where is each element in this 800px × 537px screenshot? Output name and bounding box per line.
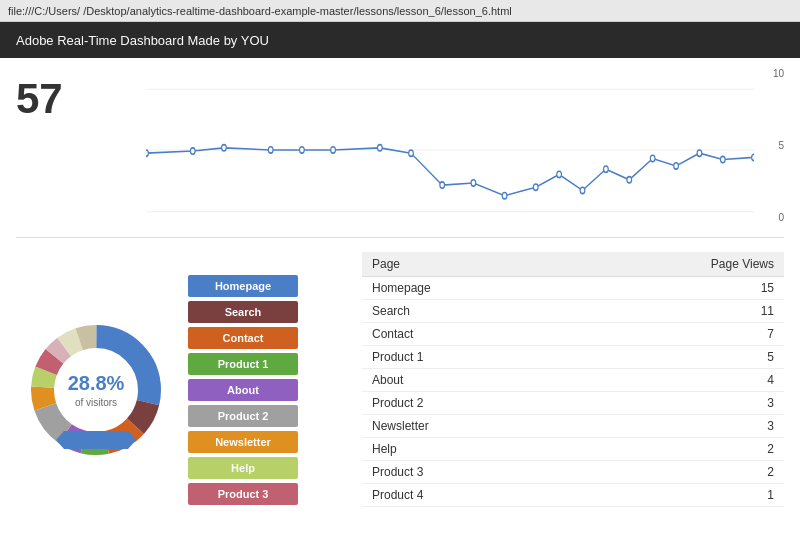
browser-url: file:///C:/Users/ /Desktop/analytics-rea… (8, 5, 512, 17)
separator (16, 237, 784, 238)
table-cell-views: 3 (567, 392, 784, 415)
table-cell-views: 15 (567, 277, 784, 300)
svg-point-14 (533, 184, 538, 190)
svg-point-4 (190, 148, 195, 154)
legend-item: Search (188, 301, 298, 323)
svg-point-23 (752, 154, 754, 160)
col-pageviews: Page Views (567, 252, 784, 277)
svg-point-8 (331, 147, 336, 153)
donut-sub-label: of visitors (75, 396, 117, 407)
svg-point-21 (697, 150, 702, 156)
table-cell-views: 1 (567, 484, 784, 507)
table-row: Product 41 (362, 484, 784, 507)
table-cell-views: 2 (567, 461, 784, 484)
dashboard-body: 57 (0, 58, 800, 537)
donut-percent: 28.8% (68, 371, 125, 394)
table-row: Homepage15 (362, 277, 784, 300)
table-row: Newsletter3 (362, 415, 784, 438)
table-cell-page: Product 2 (362, 392, 567, 415)
svg-point-20 (674, 163, 679, 169)
table-cell-views: 4 (567, 369, 784, 392)
table-cell-page: Product 1 (362, 346, 567, 369)
table-row: About4 (362, 369, 784, 392)
app-header: Adobe Real-Time Dashboard Made by YOU (0, 22, 800, 58)
legend-list: HomepageSearchContactProduct 1AboutProdu… (188, 275, 298, 505)
donut-chart: 28.8% of visitors (16, 310, 176, 470)
table-row: Product 23 (362, 392, 784, 415)
legend-item: Product 1 (188, 353, 298, 375)
legend-item: Product 3 (188, 483, 298, 505)
legend-item: Newsletter (188, 431, 298, 453)
donut-arrow (56, 431, 136, 452)
y-axis-labels: 10 5 0 (759, 68, 784, 223)
donut-center-text: 28.8% of visitors (68, 371, 125, 408)
y-label-10: 10 (773, 68, 784, 79)
table-cell-views: 11 (567, 300, 784, 323)
svg-point-22 (720, 156, 725, 162)
table-cell-page: About (362, 369, 567, 392)
svg-point-13 (502, 193, 507, 199)
table-area: Page Page Views Homepage15Search11Contac… (362, 252, 784, 527)
col-page: Page (362, 252, 567, 277)
legend-item: About (188, 379, 298, 401)
app-title: Adobe Real-Time Dashboard Made by YOU (16, 33, 269, 48)
svg-point-10 (409, 150, 414, 156)
table-cell-views: 2 (567, 438, 784, 461)
donut-area: 28.8% of visitors HomepageSearchContactP… (16, 252, 346, 527)
table-cell-page: Search (362, 300, 567, 323)
svg-point-12 (471, 180, 476, 186)
table-cell-page: Newsletter (362, 415, 567, 438)
svg-point-15 (557, 171, 562, 177)
table-row: Product 15 (362, 346, 784, 369)
table-row: Contact7 (362, 323, 784, 346)
counter-value: 57 (16, 78, 136, 120)
svg-point-9 (378, 145, 383, 151)
y-label-5: 5 (778, 140, 784, 151)
legend-item: Contact (188, 327, 298, 349)
line-chart-area: 10 5 0 (146, 68, 784, 233)
svg-point-7 (300, 147, 305, 153)
svg-marker-24 (56, 431, 136, 449)
svg-point-17 (604, 166, 609, 172)
top-section: 57 (0, 58, 800, 233)
bottom-section: 28.8% of visitors HomepageSearchContactP… (0, 242, 800, 537)
y-label-0: 0 (778, 212, 784, 223)
page-views-table: Page Page Views Homepage15Search11Contac… (362, 252, 784, 507)
svg-point-16 (580, 187, 585, 193)
table-cell-page: Product 4 (362, 484, 567, 507)
table-row: Product 32 (362, 461, 784, 484)
legend-item: Homepage (188, 275, 298, 297)
svg-point-19 (650, 155, 655, 161)
table-cell-page: Product 3 (362, 461, 567, 484)
svg-point-5 (222, 145, 227, 151)
table-cell-views: 5 (567, 346, 784, 369)
table-cell-page: Homepage (362, 277, 567, 300)
table-cell-views: 3 (567, 415, 784, 438)
table-row: Help2 (362, 438, 784, 461)
table-cell-page: Contact (362, 323, 567, 346)
counter-area: 57 (16, 68, 136, 233)
table-cell-page: Help (362, 438, 567, 461)
table-row: Search11 (362, 300, 784, 323)
svg-point-6 (268, 147, 273, 153)
svg-point-11 (440, 182, 445, 188)
svg-point-3 (146, 150, 148, 156)
legend-item: Product 2 (188, 405, 298, 427)
legend-item: Help (188, 457, 298, 479)
line-chart (146, 68, 754, 233)
browser-bar: file:///C:/Users/ /Desktop/analytics-rea… (0, 0, 800, 22)
table-cell-views: 7 (567, 323, 784, 346)
svg-point-18 (627, 177, 632, 183)
